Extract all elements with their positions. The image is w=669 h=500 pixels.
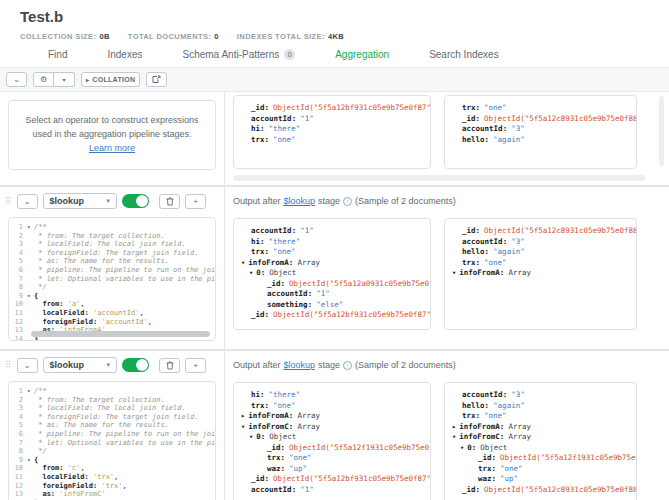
code-line: 12 foreignField: 'trx', bbox=[9, 482, 215, 491]
stage-code-editor[interactable]: 1/** 2 * from: The target collection. 3 … bbox=[8, 217, 216, 341]
document-field[interactable]: trx:"one" bbox=[234, 453, 430, 464]
add-stage-button[interactable]: + bbox=[185, 194, 206, 209]
line-number: 7 bbox=[9, 275, 27, 284]
stage-enabled-toggle[interactable] bbox=[122, 194, 149, 208]
schema-anti-patterns-badge: 0 bbox=[284, 49, 295, 60]
delete-stage-button[interactable] bbox=[159, 358, 180, 373]
document-field[interactable]: accountId:"3" bbox=[445, 390, 636, 401]
field-name: _id: bbox=[267, 443, 285, 452]
fold-icon bbox=[27, 490, 34, 499]
document-field[interactable]: waz:"up" bbox=[234, 464, 430, 475]
document-field[interactable]: _id:ObjectId("5f5a12bf931c05e9b75e0f87") bbox=[234, 474, 430, 485]
document-field[interactable]: infoFromC:Array bbox=[234, 422, 430, 433]
vertical-scrollbar[interactable] bbox=[659, 96, 664, 166]
field-value: "there" bbox=[269, 124, 301, 133]
page-title: Test.b bbox=[0, 0, 669, 25]
document-field[interactable]: infoFromA:Array bbox=[234, 258, 430, 269]
editor-horizontal-scrollbar[interactable] bbox=[31, 331, 210, 337]
document-field[interactable]: accountId:"3" bbox=[445, 124, 636, 135]
field-name: _id: bbox=[251, 103, 269, 112]
fold-icon bbox=[27, 240, 34, 249]
stage-enabled-toggle[interactable] bbox=[122, 358, 149, 372]
fold-icon bbox=[27, 300, 34, 309]
fold-icon bbox=[27, 439, 34, 448]
collation-toggle-button[interactable]: ▸ COLLATION bbox=[81, 72, 140, 87]
document-field[interactable]: trx:"one" bbox=[234, 401, 430, 412]
document-field[interactable]: trx:"one" bbox=[445, 411, 636, 422]
document-field[interactable]: _id:ObjectId("5f5a12a0931c05e9b75e0f85") bbox=[234, 279, 430, 290]
field-value: Object bbox=[269, 432, 296, 441]
document-field[interactable]: _id:ObjectId("5f5a12f1931c05e9b75e0f89") bbox=[234, 443, 430, 454]
field-value: ObjectId("5f5a12a0931c05e9b75e0f85") bbox=[289, 279, 430, 288]
stage-doc-link[interactable]: $lookup bbox=[284, 360, 316, 370]
document-field[interactable]: 0:Object bbox=[234, 432, 430, 443]
document-field[interactable]: trx:"one" bbox=[234, 247, 430, 258]
settings-button[interactable]: ⚙ bbox=[33, 72, 54, 87]
document-field[interactable]: _id:ObjectId("5f5a12c8931c05e9b75e0f88") bbox=[445, 226, 636, 237]
document-field[interactable]: _id:ObjectId("5f5a12bf931c05e9b75e0f87") bbox=[234, 103, 430, 114]
stage-doc-link[interactable]: $lookup bbox=[284, 196, 316, 206]
document-field[interactable]: hi:"there" bbox=[234, 237, 430, 248]
document-field[interactable]: 0:Object bbox=[445, 443, 636, 454]
line-number: 3 bbox=[9, 404, 27, 413]
collapse-all-button[interactable]: ⌄ bbox=[6, 72, 27, 87]
stage-editor-pane: Select an operator to construct expressi… bbox=[0, 92, 225, 185]
stage-code-editor[interactable]: 1/** 2 * from: The target collection. 3 … bbox=[8, 381, 216, 500]
field-value: "3" bbox=[511, 237, 525, 246]
drag-handle-icon[interactable]: ⠿ bbox=[5, 360, 12, 370]
output-header: Output after $lookup stage (Sample of 2 … bbox=[225, 351, 669, 379]
document-field[interactable]: hi:"there" bbox=[234, 390, 430, 401]
collapse-stage-button[interactable]: ⌄ bbox=[17, 194, 38, 209]
line-number: 2 bbox=[9, 232, 27, 241]
fold-icon bbox=[27, 249, 34, 258]
output-document-card: _id:ObjectId("5f5a12bf931c05e9b75e0f87")… bbox=[233, 95, 431, 169]
field-value: "one" bbox=[484, 103, 507, 112]
document-field[interactable]: _id:ObjectId("5f5a12bf931c05e9b75e0f87") bbox=[234, 310, 430, 321]
document-field[interactable]: _id:ObjectId("5f5a12c8931c05e9b75e0f88") bbox=[445, 114, 636, 125]
settings-menu-button[interactable]: ▾ bbox=[54, 72, 75, 87]
document-field[interactable]: accountId:"1" bbox=[234, 289, 430, 300]
tab-schema-anti-patterns[interactable]: Schema Anti-Patterns0 bbox=[182, 49, 295, 67]
code-line: 10 from: 'c', bbox=[9, 464, 215, 473]
document-field[interactable]: trx:"one" bbox=[445, 258, 636, 269]
stage-operator-select[interactable]: $lookup ▾ bbox=[43, 193, 117, 209]
delete-stage-button[interactable] bbox=[159, 194, 180, 209]
document-field[interactable]: _id:ObjectId("5f5a12f1931c05e9b75e0f89") bbox=[445, 453, 636, 464]
line-number: 4 bbox=[9, 249, 27, 258]
document-field[interactable]: trx:"one" bbox=[445, 464, 636, 475]
document-field[interactable]: trx:"one" bbox=[445, 103, 636, 114]
document-field[interactable]: accountId:"3" bbox=[445, 237, 636, 248]
tab-aggregation[interactable]: Aggregation bbox=[335, 49, 389, 67]
caret-down-icon: ▾ bbox=[62, 76, 65, 83]
document-field[interactable]: waz:"up" bbox=[445, 474, 636, 485]
document-field[interactable]: accountId:"1" bbox=[234, 114, 430, 125]
document-field[interactable]: infoFromA:Array bbox=[445, 422, 636, 433]
tab-find[interactable]: Find bbox=[48, 49, 67, 67]
document-field[interactable]: hello:"again" bbox=[445, 135, 636, 146]
tab-indexes[interactable]: Indexes bbox=[107, 49, 142, 67]
document-field[interactable]: accountId:"1" bbox=[234, 485, 430, 496]
document-field[interactable]: accountId:"1" bbox=[234, 226, 430, 237]
collapse-stage-button[interactable]: ⌄ bbox=[17, 358, 38, 373]
document-field[interactable]: _id:ObjectId("5f5a12c8931c05e9b75e0f88") bbox=[445, 485, 636, 496]
learn-more-link[interactable]: Learn more bbox=[89, 143, 135, 153]
stage-operator-select[interactable]: $lookup ▾ bbox=[43, 357, 117, 373]
document-field[interactable]: infoFromC:Array bbox=[445, 432, 636, 443]
document-field[interactable]: hello:"again" bbox=[445, 401, 636, 412]
tab-search-indexes[interactable]: Search Indexes bbox=[429, 49, 499, 67]
export-pipeline-button[interactable] bbox=[146, 72, 167, 87]
document-field[interactable]: hello:"again" bbox=[445, 247, 636, 258]
drag-handle-icon[interactable]: ⠿ bbox=[5, 196, 12, 206]
document-field[interactable]: trx:"one" bbox=[234, 135, 430, 146]
document-field[interactable]: 0:Object bbox=[234, 268, 430, 279]
add-stage-button[interactable]: + bbox=[185, 358, 206, 373]
field-value: "one" bbox=[484, 258, 507, 267]
horizontal-scrollbar[interactable] bbox=[233, 175, 645, 181]
fold-icon bbox=[27, 482, 34, 491]
field-value: "up" bbox=[500, 474, 518, 483]
document-field[interactable]: hi:"there" bbox=[234, 124, 430, 135]
document-field[interactable]: infoFromA:Array bbox=[234, 411, 430, 422]
document-field[interactable]: infoFromA:Array bbox=[445, 268, 636, 279]
document-field[interactable]: something:"else" bbox=[234, 300, 430, 311]
stage-label: stage bbox=[318, 196, 340, 206]
